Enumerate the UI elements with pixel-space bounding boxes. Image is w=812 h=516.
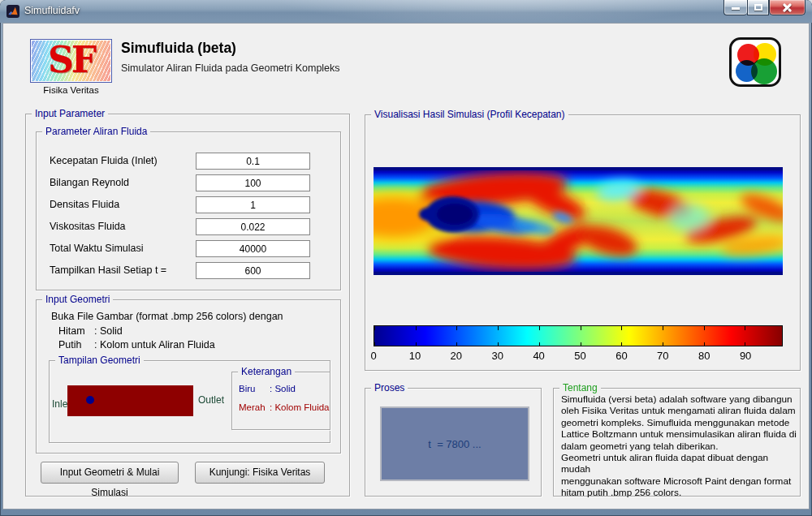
colorbar-tick (663, 326, 663, 330)
tentang-title: Tentang (559, 382, 601, 393)
densitas-fluida-input[interactable] (196, 196, 310, 213)
geometri-legend-black: Hitam: Solid (58, 325, 123, 337)
maximize-icon (754, 4, 762, 11)
visualisasi-title: Visualisasi Hasil Simulasi (Profil Kecep… (371, 109, 568, 120)
colorbar-tick (539, 342, 540, 346)
kunjungi-fisika-veritas-button[interactable]: Kunjungi: Fisika Veritas (195, 462, 325, 484)
input-geometri-title: Input Geometri (42, 294, 113, 305)
colorbar-tick-label: 20 (451, 350, 462, 362)
field-label-reynold: Bilangan Reynold (50, 174, 129, 191)
tampilan-geometri-panel: Tampilan Geometri Inlet Outlet Keteranga… (49, 360, 330, 443)
keterangan-biru-key: Biru (239, 384, 270, 393)
keterangan-merah-row: Merah: Kolom Fluida (239, 402, 330, 412)
outlet-label: Outlet (198, 394, 224, 406)
input-parameter-title: Input Parameter (32, 108, 108, 119)
input-geometri-mulai-simulasi-button[interactable]: Input Geometri & Mulai Simulasi (41, 462, 179, 484)
colorbar-tick-label: 60 (615, 350, 627, 362)
keterangan-biru-row: Biru: Solid (239, 384, 296, 393)
colorbar-tick (539, 326, 540, 330)
minimize-icon (732, 7, 740, 10)
input-parameter-panel: Input Parameter Parameter Aliran Fluida … (25, 114, 350, 497)
proses-status-box: t = 7800 ... (380, 406, 529, 481)
keterangan-title: Keterangan (238, 366, 295, 377)
colorbar-tick (456, 342, 457, 346)
colorbar-tick (498, 342, 499, 346)
colorbar-tick (374, 342, 375, 346)
colorbar-tick (621, 326, 622, 330)
tampilkan-hasil-input[interactable] (196, 262, 310, 279)
colorbar (374, 325, 783, 346)
colorbar-tick (456, 326, 457, 330)
proses-status-text: t = 7800 ... (428, 438, 481, 450)
legend-black-key: Hitam (58, 325, 94, 337)
geometry-preview (67, 385, 193, 416)
colorbar-tick (745, 342, 745, 346)
colorbar-tick (416, 326, 417, 330)
field-label-tampilkan-hasil: Tampilkan Hasil Setiap t = (50, 262, 166, 279)
logo-circle-green (751, 58, 777, 84)
viskositas-fluida-input[interactable] (196, 218, 310, 235)
flow-field-image (374, 167, 783, 275)
titlebar[interactable]: Simufluidafv (0, 0, 812, 23)
app-window: Simufluidafv SF Fisika Veritas Simufluid… (0, 0, 812, 516)
colorbar-tick (704, 326, 705, 330)
logo-caption: Fisika Veritas (18, 85, 124, 95)
colorbar-tick-label: 10 (409, 350, 421, 362)
visualisasi-panel: Visualisasi Hasil Simulasi (Profil Kecep… (365, 114, 801, 371)
legend-white-value: : Kolom untuk Aliran Fluida (94, 339, 215, 350)
field-label-viskositas: Viskositas Fluida (50, 218, 126, 235)
colorbar-tick (621, 342, 622, 346)
colorbar-tick (374, 326, 375, 330)
keterangan-panel: Keterangan Biru: Solid Merah: Kolom Flui… (231, 372, 330, 430)
app-title: Simufluida (beta) (121, 40, 236, 57)
colorbar-tick-label: 70 (657, 350, 668, 362)
bilangan-reynold-input[interactable] (196, 174, 310, 191)
total-waktu-input[interactable] (196, 240, 310, 257)
field-label-total-waktu: Total Waktu Simulasi (50, 240, 144, 257)
colorbar-tick (416, 342, 417, 346)
geometri-instruction: Buka File Gambar (format .bmp 256 colors… (51, 311, 283, 322)
keterangan-biru-value: : Solid (270, 384, 296, 393)
app-subtitle: Simulator Aliran Fluida pada Geometri Ko… (121, 62, 340, 74)
colorbar-tick-label: 30 (491, 350, 503, 362)
parameter-aliran-fluida-panel: Parameter Aliran Fluida Kecepatan Fluida… (36, 131, 341, 290)
sf-logo: SF (30, 39, 112, 83)
colorbar-tick (704, 342, 705, 346)
client-area: SF Fisika Veritas Simufluida (beta) Simu… (2, 23, 810, 510)
tentang-panel: Tentang Simufluida (versi beta) adalah s… (553, 388, 801, 497)
fisika-veritas-logo (729, 37, 781, 87)
field-label-kecepatan: Kecepatan Fluida (Inlet) (50, 153, 158, 170)
proses-panel: Proses t = 7800 ... (365, 388, 542, 497)
sf-logo-letters: SF (31, 39, 111, 83)
colorbar-tick (581, 326, 581, 330)
window-title: Simufluidafv (24, 5, 80, 16)
parameter-aliran-fluida-title: Parameter Aliran Fluida (42, 126, 150, 137)
input-geometri-panel: Input Geometri Buka File Gambar (format … (36, 299, 341, 454)
window-controls (723, 0, 806, 15)
colorbar-tick-label: 80 (698, 350, 710, 362)
legend-white-key: Putih (58, 339, 94, 350)
kecepatan-fluida-input[interactable] (196, 153, 310, 170)
tampilan-geometri-title: Tampilan Geometri (55, 355, 144, 366)
field-label-densitas: Densitas Fluida (50, 196, 119, 213)
colorbar-labels: 0 10 20 30 40 50 60 70 80 90 (374, 350, 783, 364)
colorbar-tick (498, 326, 499, 330)
matlab-app-icon (6, 5, 19, 18)
colorbar-tick (663, 342, 663, 346)
keterangan-merah-key: Merah (239, 402, 270, 412)
colorbar-tick-label: 40 (533, 350, 544, 362)
geometri-legend-white: Putih: Kolom untuk Aliran Fluida (58, 339, 215, 350)
maximize-button[interactable] (747, 0, 769, 15)
colorbar-tick (581, 342, 581, 346)
proses-title: Proses (371, 382, 408, 393)
colorbar-tick (745, 326, 745, 330)
legend-black-value: : Solid (94, 325, 123, 337)
tentang-body-text: Simufluida (versi beta) adalah software … (561, 393, 797, 499)
obstacle-dot (86, 396, 94, 404)
colorbar-tick-label: 90 (740, 350, 751, 362)
colorbar-tick-label: 0 (370, 350, 376, 362)
keterangan-merah-value: : Kolom Fluida (270, 402, 330, 412)
colorbar-tick-label: 50 (574, 350, 585, 362)
close-button[interactable] (769, 0, 806, 15)
minimize-button[interactable] (723, 0, 747, 15)
